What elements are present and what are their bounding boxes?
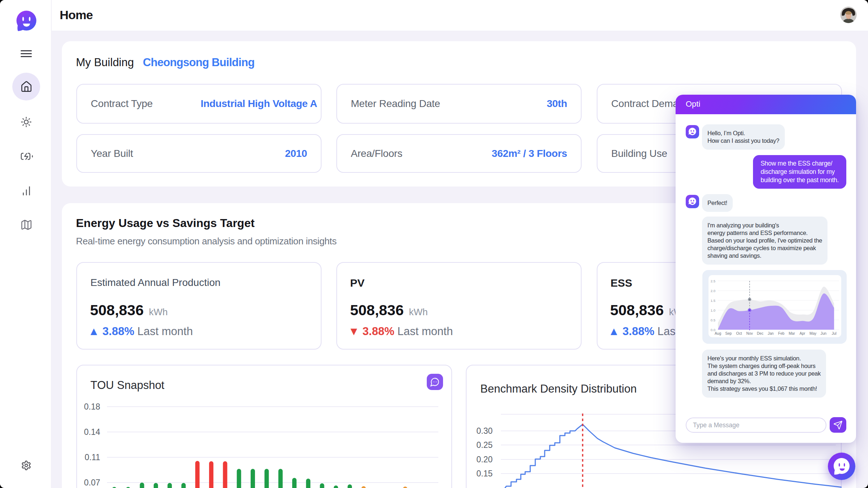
svg-text:2.5: 2.5 (711, 279, 715, 283)
svg-text:Nov: Nov (746, 331, 753, 335)
svg-text:1.0: 1.0 (711, 308, 715, 312)
svg-text:Oct: Oct (736, 331, 742, 335)
svg-text:Apr: Apr (800, 331, 805, 335)
svg-text:Jan: Jan (768, 331, 774, 335)
svg-text:Aug: Aug (715, 331, 721, 335)
svg-text:Jun: Jun (821, 331, 826, 335)
svg-text:1.5: 1.5 (711, 299, 715, 303)
svg-text:2.0: 2.0 (711, 289, 715, 293)
svg-text:Sep: Sep (725, 331, 732, 335)
svg-text:Dec: Dec (757, 331, 763, 335)
svg-text:May: May (809, 331, 817, 335)
svg-text:Mar: Mar (789, 331, 795, 335)
svg-text:Feb: Feb (778, 331, 784, 335)
svg-text:Jul: Jul (832, 331, 837, 335)
svg-text:0.5: 0.5 (711, 318, 715, 322)
